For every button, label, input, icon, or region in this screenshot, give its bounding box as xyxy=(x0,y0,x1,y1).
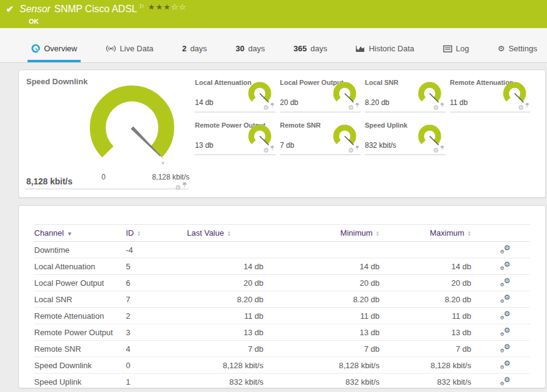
column-label: Last Value xyxy=(187,228,224,238)
column-header-maximum[interactable]: Maximum▲▼ xyxy=(380,225,471,242)
sensor-name[interactable]: SNMP Cisco ADSL xyxy=(54,4,138,14)
gauge-settings-gear-icon[interactable]: ⚙ xyxy=(433,147,439,153)
channel-settings-gears-icon[interactable]: ⚙⚙ xyxy=(501,277,510,286)
cell-channel[interactable]: Remote Attenuation xyxy=(34,308,126,324)
flag-icon[interactable]: ⚐ xyxy=(139,3,144,10)
gauge-value: 20 db xyxy=(280,98,298,107)
tab-365-days[interactable]: 365 days xyxy=(290,44,331,62)
channel-settings-gears-icon[interactable]: ⚙⚙ xyxy=(501,376,510,385)
sort-icon[interactable]: ▲▼ xyxy=(468,231,471,236)
gauge-settings-gear-icon[interactable]: ⚙ xyxy=(348,104,354,111)
pin-icon[interactable] xyxy=(270,100,274,111)
priority-stars[interactable]: ★★★☆☆ xyxy=(148,2,186,12)
sensor-status-bar: ✔ SensorSNMP Cisco ADSL⚐ ★★★☆☆ OK xyxy=(0,0,547,28)
small-gauge-cell[interactable]: Local Power Output 20 db⚙ xyxy=(280,78,361,112)
sort-desc-icon[interactable]: ▼ xyxy=(67,231,72,237)
log-list-icon xyxy=(443,45,452,53)
column-header-last-value[interactable]: Last Value▲▼ xyxy=(187,225,263,242)
cell-channel[interactable]: Downtime xyxy=(34,242,126,258)
tab-2-days[interactable]: 2 days xyxy=(178,44,211,62)
small-gauge-cell[interactable]: Remote Power Output 13 db⚙ xyxy=(195,120,276,155)
star-empty-icon[interactable]: ☆ xyxy=(179,2,187,12)
channel-settings-gears-icon[interactable]: ⚙⚙ xyxy=(501,261,510,270)
small-gauges-grid: Local Attenuation 14 db⚙Local Power Outp… xyxy=(195,78,530,155)
column-header-id[interactable]: ID▲▼ xyxy=(126,225,187,242)
tab-overview[interactable]: Overview xyxy=(28,44,81,62)
table-row[interactable]: Local Power Output620 db20 db20 db⚙⚙ xyxy=(34,275,530,291)
gauge-actions: ⚙ xyxy=(518,100,529,111)
star-filled-icon[interactable]: ★ xyxy=(163,2,171,12)
table-row[interactable]: Remote Power Output313 db13 db13 db⚙⚙ xyxy=(34,324,530,341)
channel-settings-gears-icon[interactable]: ⚙⚙ xyxy=(501,294,510,303)
gauge-settings-gear-icon[interactable]: ⚙ xyxy=(433,104,439,111)
cell-channel[interactable]: Local Power Output xyxy=(34,275,126,291)
star-empty-icon[interactable]: ☆ xyxy=(171,2,179,12)
tab-number: 2 xyxy=(182,44,186,53)
primary-gauge-cell[interactable]: Speed Downlink x 0 8,128 kbit/s 8,128 kb… xyxy=(19,70,193,196)
pin-icon[interactable] xyxy=(270,142,274,153)
tab-historic-data[interactable]: Historic Data xyxy=(352,44,417,62)
cell-maximum: 13 db xyxy=(380,324,471,341)
cell-channel[interactable]: Speed Downlink xyxy=(34,357,126,374)
pin-icon[interactable] xyxy=(182,180,187,191)
tab-log[interactable]: Log xyxy=(439,44,473,62)
pin-icon[interactable] xyxy=(355,142,359,153)
gauge-settings-gear-icon[interactable]: ⚙ xyxy=(175,184,181,191)
pin-icon[interactable] xyxy=(355,100,359,111)
small-gauge-cell[interactable]: Remote Attenuation 11 db⚙ xyxy=(450,78,530,112)
gauge-settings-gear-icon[interactable]: ⚙ xyxy=(518,104,524,111)
cell-minimum: 13 db xyxy=(263,324,380,341)
cell-minimum: 8,128 kbit/s xyxy=(263,357,380,374)
channel-settings-gears-icon[interactable]: ⚙⚙ xyxy=(501,343,510,352)
table-row[interactable]: Speed Uplink1832 kbit/s832 kbit/s832 kbi… xyxy=(34,374,530,390)
svg-text:x: x xyxy=(162,160,164,165)
gauge-settings-gear-icon[interactable]: ⚙ xyxy=(263,104,269,111)
small-gauge-cell[interactable]: Local Attenuation 14 db⚙ xyxy=(195,78,276,112)
cell-maximum: 8,128 kbit/s xyxy=(380,357,471,374)
channels-table-body: Downtime-4⚙⚙Local Attenuation514 db14 db… xyxy=(34,242,530,390)
table-row[interactable]: Remote SNR47 db7 db7 db⚙⚙ xyxy=(34,341,530,357)
cell-channel[interactable]: Remote Power Output xyxy=(34,324,126,341)
table-row[interactable]: Remote Attenuation211 db11 db11 db⚙⚙ xyxy=(34,308,530,324)
star-filled-icon[interactable]: ★ xyxy=(148,2,156,12)
cell-channel[interactable]: Speed Uplink xyxy=(34,374,126,390)
small-gauge-cell[interactable]: Remote SNR 7 db⚙ xyxy=(280,120,361,155)
gauge-settings-gear-icon[interactable]: ⚙ xyxy=(263,147,269,153)
cell-channel[interactable]: Local Attenuation xyxy=(34,258,126,275)
channel-settings-gears-icon[interactable]: ⚙⚙ xyxy=(501,244,510,253)
gauge-value: 13 db xyxy=(195,141,213,150)
table-row[interactable]: Speed Downlink08,128 kbit/s8,128 kbit/s8… xyxy=(34,357,530,374)
table-row[interactable]: Local SNR78.20 db8.20 db8.20 db⚙⚙ xyxy=(34,291,530,308)
cell-actions: ⚙⚙ xyxy=(471,258,530,275)
gauge-actions: ⚙ xyxy=(433,100,444,111)
sort-icon[interactable]: ▲▼ xyxy=(227,231,230,236)
column-header-channel[interactable]: Channel▼ xyxy=(34,225,126,242)
table-row[interactable]: Local Attenuation514 db14 db14 db⚙⚙ xyxy=(34,258,530,275)
cell-maximum: 20 db xyxy=(380,275,471,291)
pin-icon[interactable] xyxy=(525,100,529,111)
sort-icon[interactable]: ▲▼ xyxy=(376,231,380,236)
channel-settings-gears-icon[interactable]: ⚙⚙ xyxy=(501,360,510,369)
gauge-settings-gear-icon[interactable]: ⚙ xyxy=(348,147,354,153)
cell-maximum: 832 kbit/s xyxy=(380,374,471,390)
small-gauge-cell[interactable]: Local SNR 8.20 db⚙ xyxy=(365,78,446,112)
cell-channel[interactable]: Local SNR xyxy=(34,291,126,308)
sort-icon[interactable]: ▲▼ xyxy=(137,231,141,236)
channel-settings-gears-icon[interactable]: ⚙⚙ xyxy=(501,310,510,319)
tab-settings[interactable]: ⚙ Settings xyxy=(494,44,541,62)
table-row[interactable]: Downtime-4⚙⚙ xyxy=(34,242,530,258)
pin-icon[interactable] xyxy=(440,100,444,111)
star-filled-icon[interactable]: ★ xyxy=(156,2,164,12)
column-header-minimum[interactable]: Minimum▲▼ xyxy=(263,225,380,242)
cell-actions: ⚙⚙ xyxy=(471,308,530,324)
tab-30-days[interactable]: 30 days xyxy=(232,44,268,62)
tab-live-data[interactable]: Live Data xyxy=(102,44,157,62)
tab-label: Live Data xyxy=(120,44,153,53)
cell-id: 6 xyxy=(126,275,187,291)
channel-settings-gears-icon[interactable]: ⚙⚙ xyxy=(501,327,510,336)
small-gauge-cell[interactable]: Speed Uplink 832 kbit/s⚙ xyxy=(365,120,446,155)
cell-channel[interactable]: Remote SNR xyxy=(34,341,126,357)
cell-last-value xyxy=(187,242,263,258)
pin-icon[interactable] xyxy=(440,142,444,153)
cell-minimum: 11 db xyxy=(263,308,380,324)
